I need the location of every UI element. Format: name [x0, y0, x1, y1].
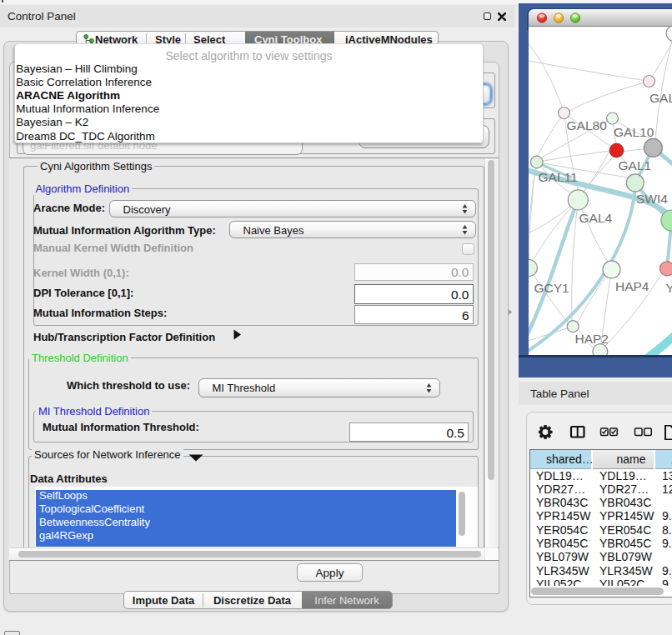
svg-text:YM: YM: [665, 280, 672, 294]
svg-text:GAL1: GAL1: [618, 158, 651, 172]
svg-text:GAL4: GAL4: [579, 210, 612, 224]
svg-text:GCY1: GCY1: [534, 280, 569, 294]
svg-text:HAP4: HAP4: [615, 278, 649, 292]
svg-text:GAL11: GAL11: [538, 169, 577, 183]
svg-text:GAL2: GAL2: [649, 91, 672, 105]
svg-text:SWI4: SWI4: [636, 191, 668, 205]
svg-text:GAL10: GAL10: [614, 124, 654, 138]
svg-text:GAL80: GAL80: [566, 118, 607, 132]
svg-text:HAP2: HAP2: [574, 332, 609, 346]
